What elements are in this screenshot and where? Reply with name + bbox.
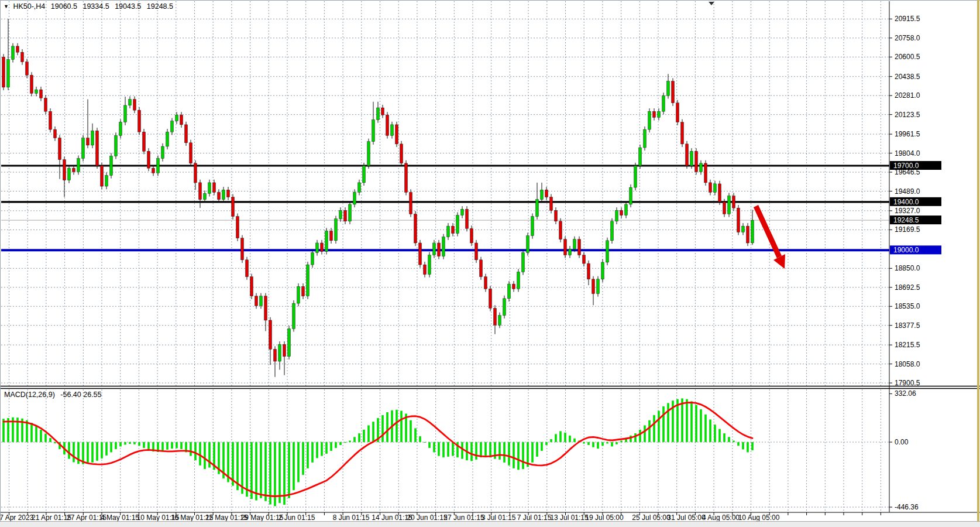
candle-bear bbox=[405, 163, 408, 192]
candle-bull bbox=[742, 226, 745, 232]
candle-bear bbox=[718, 184, 721, 202]
svg-text:18058.0: 18058.0 bbox=[895, 360, 920, 368]
candle-bear bbox=[2, 57, 5, 87]
svg-text:2 Jun 01:15: 2 Jun 01:15 bbox=[278, 514, 315, 522]
ohlc-open: 19060.5 bbox=[51, 2, 77, 11]
candle-bull bbox=[222, 190, 225, 199]
candle-bull bbox=[157, 159, 160, 173]
candle-bull bbox=[536, 200, 539, 217]
candle-bear bbox=[321, 243, 324, 251]
chart-window: 20915.520758.020600.520438.520281.020123… bbox=[0, 0, 980, 527]
candle-bear bbox=[484, 277, 487, 289]
svg-text:332.06: 332.06 bbox=[895, 389, 916, 398]
candle-bull bbox=[517, 272, 520, 289]
candle-bear bbox=[733, 196, 735, 208]
candle-bull bbox=[456, 215, 459, 234]
candle-bull bbox=[288, 328, 291, 356]
candle-bull bbox=[630, 187, 632, 204]
candle-bull bbox=[498, 316, 501, 325]
candle-bull bbox=[522, 252, 525, 272]
candle-bear bbox=[466, 209, 469, 228]
candle-bear bbox=[695, 151, 698, 172]
candle-bear bbox=[40, 90, 43, 98]
candle-bull bbox=[447, 226, 450, 237]
candle-bear bbox=[550, 197, 553, 211]
svg-text:20600.5: 20600.5 bbox=[895, 53, 920, 61]
candle-bull bbox=[573, 239, 576, 249]
chart-canvas[interactable]: 20915.520758.020600.520438.520281.020123… bbox=[0, 0, 980, 527]
candle-bear bbox=[681, 122, 684, 144]
candle-bear bbox=[185, 125, 188, 143]
candle-bear bbox=[330, 231, 333, 240]
candle-bear bbox=[747, 226, 749, 243]
candle-bull bbox=[311, 252, 314, 265]
candle-bear bbox=[190, 143, 192, 163]
symbol-label: HK50-,H4 bbox=[13, 2, 45, 11]
candle-bear bbox=[199, 183, 202, 200]
candle-bear bbox=[414, 214, 417, 242]
svg-text:20281.0: 20281.0 bbox=[895, 91, 920, 100]
candle-bull bbox=[644, 129, 647, 148]
candle-bear bbox=[545, 190, 548, 197]
candle-bull bbox=[541, 190, 544, 199]
candle-bull bbox=[353, 192, 356, 204]
candle-bull bbox=[82, 138, 85, 159]
candle-bear bbox=[396, 125, 398, 144]
svg-text:27 Jun 01:15: 27 Jun 01:15 bbox=[443, 514, 484, 522]
svg-text:18535.0: 18535.0 bbox=[895, 302, 920, 310]
time-axis: 17 Apr 202321 Apr 01:1527 Apr 01:154 May… bbox=[0, 512, 881, 522]
svg-text:20438.5: 20438.5 bbox=[895, 73, 920, 81]
candle-bull bbox=[307, 265, 310, 296]
candle-bull bbox=[700, 163, 703, 172]
candle-bull bbox=[335, 219, 338, 241]
window-right-edge bbox=[977, 0, 979, 521]
candle-bear bbox=[386, 115, 389, 135]
svg-text:4 Aug 05:00: 4 Aug 05:00 bbox=[702, 514, 740, 522]
candle-bear bbox=[489, 289, 492, 308]
candle-bear bbox=[73, 168, 75, 172]
window-left-border bbox=[0, 0, 1, 521]
candle-bull bbox=[601, 262, 604, 279]
candle-bull bbox=[428, 255, 431, 275]
svg-text:20 Jun 01:15: 20 Jun 01:15 bbox=[407, 514, 448, 522]
candle-bear bbox=[302, 286, 305, 296]
candle-bear bbox=[269, 320, 272, 349]
svg-text:13 Jul 01:15: 13 Jul 01:15 bbox=[550, 514, 589, 522]
candle-bear bbox=[87, 138, 90, 145]
candle-bear bbox=[676, 103, 679, 122]
svg-text:21 Apr 01:15: 21 Apr 01:15 bbox=[32, 514, 71, 522]
candle-bear bbox=[381, 108, 384, 115]
candle-bull bbox=[363, 166, 366, 183]
candle-bear bbox=[232, 197, 235, 217]
candle-bear bbox=[250, 277, 253, 296]
candle-bear bbox=[564, 239, 567, 255]
ohlc-low: 19043.5 bbox=[115, 2, 141, 11]
candle-bull bbox=[433, 243, 436, 255]
candle-bear bbox=[59, 138, 61, 160]
candle-bull bbox=[91, 131, 94, 145]
svg-text:18215.5: 18215.5 bbox=[895, 341, 920, 349]
candle-bear bbox=[44, 98, 47, 112]
candle-bull bbox=[372, 120, 375, 142]
candle-bear bbox=[49, 111, 52, 129]
candle-bear bbox=[587, 264, 590, 279]
svg-text:0.00: 0.00 bbox=[895, 438, 909, 446]
candle-bear bbox=[452, 226, 455, 233]
svg-text:18377.5: 18377.5 bbox=[895, 321, 920, 330]
candle-bear bbox=[255, 296, 258, 306]
candle-bull bbox=[648, 111, 651, 129]
candle-bull bbox=[260, 296, 263, 306]
svg-text:17 Apr 2023: 17 Apr 2023 bbox=[0, 514, 34, 522]
candle-bull bbox=[204, 193, 207, 199]
candle-bear bbox=[494, 308, 497, 325]
candle-bear bbox=[419, 243, 422, 265]
svg-text:10 Aug 05:00: 10 Aug 05:00 bbox=[738, 514, 780, 522]
symbol-dropdown-icon[interactable]: ▼ bbox=[4, 4, 9, 9]
candle-bear bbox=[620, 210, 623, 215]
window-status-strip bbox=[0, 521, 980, 527]
candle-bear bbox=[480, 260, 483, 277]
candle-bull bbox=[68, 168, 71, 180]
candle-bull bbox=[597, 279, 600, 294]
svg-text:4 May 01:15: 4 May 01:15 bbox=[101, 514, 139, 522]
candle-bull bbox=[377, 108, 380, 120]
